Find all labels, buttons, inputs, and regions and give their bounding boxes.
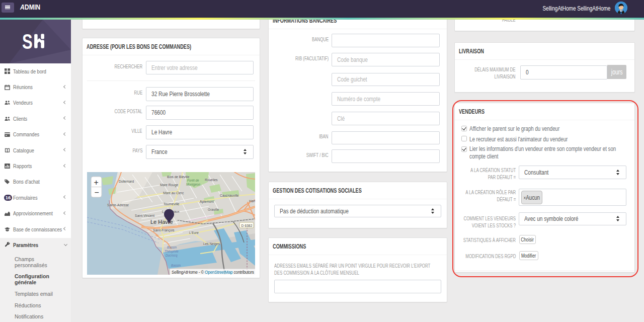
svg-text:Dollemard: Dollemard [119,180,134,183]
svg-text:D 6382: D 6382 [242,224,253,227]
svg-text:Ducrocq: Ducrocq [166,254,178,258]
svg-text:L'Eure: L'Eure [189,231,199,234]
svg-text:Montgeon: Montgeon [186,183,201,187]
svg-text:Les Neiges: Les Neiges [203,242,220,246]
svg-text:Mare Rouge: Mare Rouge [160,183,179,187]
svg-text:Tourneville: Tourneville [164,202,180,206]
svg-text:Graville: Graville [208,208,219,211]
svg-text:S: S [22,30,33,54]
svg-text:Caucriauville: Caucriauville [220,194,239,197]
svg-text:Sainte-Adresse: Sainte-Adresse [107,203,129,207]
svg-text:Bassin: Bassin [171,264,181,267]
svg-text:Rouelles: Rouelles [205,178,218,182]
svg-text:Harfle: Harfle [249,199,255,203]
svg-text:Aplemont: Aplemont [200,200,214,204]
svg-text:+: + [94,178,98,187]
svg-text:Forêt de: Forêt de [187,179,199,182]
svg-text:Bassin: Bassin [167,246,177,249]
svg-text:Saint-Vincent: Saint-Vincent [135,214,154,217]
svg-text:Mare au Clerc: Mare au Clerc [163,191,184,195]
svg-text:Bois de Bléville: Bois de Bléville [167,175,190,179]
svg-text:Saint-François: Saint-François [153,228,175,232]
svg-text:SellingAtHome - © OpenStreetMa: SellingAtHome - © OpenStreetMap contribu… [172,270,254,275]
svg-text:Théophile: Théophile [165,250,179,254]
svg-text:−: − [94,188,99,197]
